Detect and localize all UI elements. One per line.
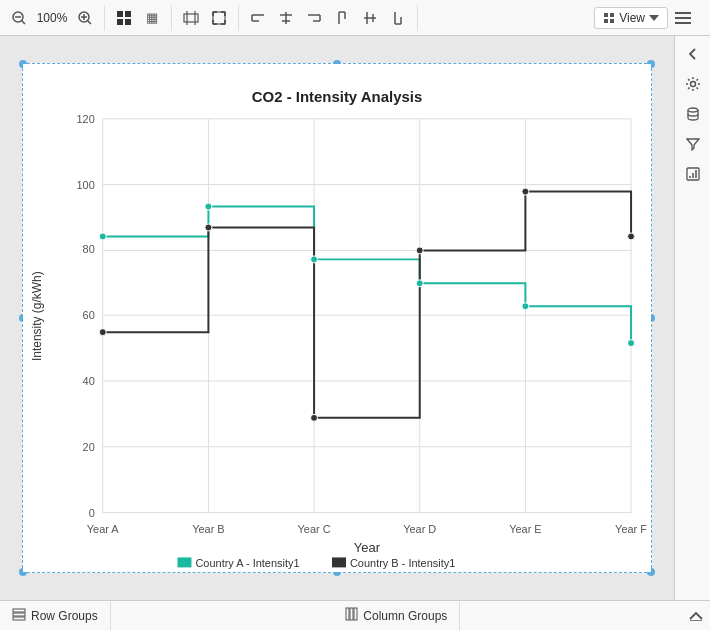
svg-text:Year: Year <box>354 540 381 555</box>
svg-text:Country B - Intensity1: Country B - Intensity1 <box>350 557 455 569</box>
svg-point-89 <box>99 233 106 240</box>
svg-text:20: 20 <box>83 441 95 453</box>
align-group <box>245 5 418 31</box>
svg-rect-59 <box>23 64 651 572</box>
svg-rect-41 <box>604 13 608 17</box>
right-sidebar <box>674 36 710 600</box>
zoom-group: 100% <box>6 5 105 31</box>
align-left-button[interactable] <box>245 5 271 31</box>
filter-button[interactable] <box>679 130 707 158</box>
svg-rect-44 <box>610 19 614 23</box>
svg-text:80: 80 <box>83 243 95 255</box>
status-bar: Row Groups Column Groups <box>0 600 710 630</box>
svg-text:Country A - Intensity1: Country A - Intensity1 <box>195 557 299 569</box>
svg-text:Year D: Year D <box>403 523 436 535</box>
toolbar: 100% ▦ <box>0 0 710 36</box>
align-top-button[interactable] <box>329 5 355 31</box>
row-groups-label: Row Groups <box>31 609 98 623</box>
svg-text:60: 60 <box>83 309 95 321</box>
svg-line-1 <box>22 20 26 24</box>
svg-text:Year E: Year E <box>509 523 541 535</box>
svg-rect-111 <box>13 609 25 612</box>
svg-point-105 <box>690 82 695 87</box>
svg-rect-14 <box>213 12 225 24</box>
svg-rect-43 <box>604 19 608 23</box>
svg-text:Year A: Year A <box>87 523 120 535</box>
database-button[interactable] <box>679 100 707 128</box>
align-center-button[interactable] <box>273 5 299 31</box>
svg-rect-9 <box>117 19 123 25</box>
settings-button[interactable] <box>679 70 707 98</box>
align-middle-button[interactable] <box>357 5 383 31</box>
svg-text:100: 100 <box>76 179 94 191</box>
view-label: View <box>619 11 645 25</box>
svg-rect-101 <box>178 557 192 567</box>
view-group: View <box>594 5 702 31</box>
svg-rect-7 <box>117 11 123 17</box>
svg-point-100 <box>628 233 635 240</box>
svg-text:Year C: Year C <box>298 523 331 535</box>
svg-point-94 <box>628 340 635 347</box>
fit-page-button[interactable] <box>206 5 232 31</box>
svg-point-99 <box>522 188 529 195</box>
zoom-in-button[interactable] <box>72 5 98 31</box>
svg-rect-113 <box>13 617 25 620</box>
column-groups-item[interactable]: Column Groups <box>332 601 460 630</box>
column-groups-label: Column Groups <box>363 609 447 623</box>
svg-line-4 <box>88 20 92 24</box>
menu-button[interactable] <box>670 5 696 31</box>
chart-config-button[interactable] <box>679 160 707 188</box>
chart-container[interactable]: CO2 - Intensity Analysis <box>22 63 652 573</box>
svg-point-90 <box>205 203 212 210</box>
canvas-area: CO2 - Intensity Analysis <box>0 36 674 600</box>
svg-text:Intensity (g/kWh): Intensity (g/kWh) <box>30 271 44 361</box>
svg-point-91 <box>311 256 318 263</box>
svg-text:Year B: Year B <box>192 523 224 535</box>
svg-point-98 <box>416 247 423 254</box>
row-groups-item[interactable]: Row Groups <box>0 601 111 630</box>
svg-text:40: 40 <box>83 375 95 387</box>
svg-rect-116 <box>354 608 357 620</box>
svg-rect-8 <box>125 11 131 17</box>
zoom-out-button[interactable] <box>6 5 32 31</box>
svg-point-106 <box>688 108 698 112</box>
svg-rect-103 <box>332 557 346 567</box>
chart-svg: CO2 - Intensity Analysis <box>23 64 651 572</box>
fit-width-button[interactable] <box>178 5 204 31</box>
svg-text:120: 120 <box>76 113 94 125</box>
svg-point-97 <box>311 414 318 421</box>
fit-group <box>178 5 239 31</box>
svg-point-96 <box>205 224 212 231</box>
row-groups-icon <box>12 607 26 624</box>
zoom-level: 100% <box>34 11 70 25</box>
svg-text:0: 0 <box>89 507 95 519</box>
view-mode-button-2[interactable]: ▦ <box>139 5 165 31</box>
main-area: CO2 - Intensity Analysis <box>0 36 710 600</box>
collapse-panel-button[interactable] <box>679 40 707 68</box>
align-bottom-button[interactable] <box>385 5 411 31</box>
view-mode-group: ▦ <box>111 5 172 31</box>
svg-rect-115 <box>350 608 353 620</box>
svg-point-92 <box>416 280 423 287</box>
view-dropdown-button[interactable]: View <box>594 7 668 29</box>
collapse-status-button[interactable] <box>682 602 710 630</box>
svg-rect-11 <box>184 14 198 22</box>
svg-text:CO2 - Intensity Analysis: CO2 - Intensity Analysis <box>252 88 422 105</box>
svg-point-93 <box>522 303 529 310</box>
column-groups-icon <box>344 607 358 624</box>
svg-rect-112 <box>13 613 25 616</box>
svg-rect-114 <box>346 608 349 620</box>
svg-rect-10 <box>125 19 131 25</box>
view-mode-button-1[interactable] <box>111 5 137 31</box>
svg-rect-42 <box>610 13 614 17</box>
align-right-button[interactable] <box>301 5 327 31</box>
svg-text:Year F: Year F <box>615 523 647 535</box>
svg-point-95 <box>99 329 106 336</box>
